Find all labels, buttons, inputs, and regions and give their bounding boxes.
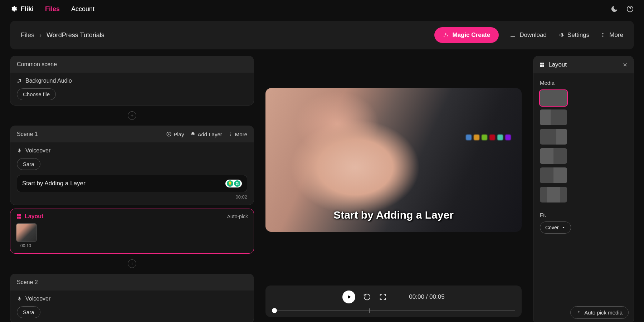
- svg-point-3: [602, 36, 604, 37]
- media-layout-option-5[interactable]: [540, 167, 567, 183]
- voice-select[interactable]: Sara: [17, 306, 40, 318]
- sparkle-icon: [443, 32, 449, 38]
- scene-play-button[interactable]: Play: [166, 131, 184, 137]
- play-icon: [347, 294, 352, 299]
- script-duration: 00:02: [17, 194, 247, 200]
- svg-rect-14: [540, 65, 542, 67]
- svg-rect-9: [19, 214, 21, 216]
- fullscreen-icon[interactable]: [379, 293, 387, 301]
- more-vertical-icon: [229, 132, 233, 136]
- svg-rect-12: [540, 63, 542, 64]
- svg-rect-11: [19, 217, 21, 219]
- mic-icon: [17, 296, 22, 301]
- nav-files[interactable]: Files: [45, 5, 60, 13]
- auto-pick-media-button[interactable]: Auto pick media: [570, 306, 629, 319]
- check-icon: G: [234, 180, 240, 187]
- player-time: 00:00 / 00:05: [409, 293, 444, 301]
- bulb-icon: 💡: [227, 180, 233, 187]
- svg-rect-13: [542, 63, 544, 64]
- scene-1-card: Scene 1 Play Add Layer More: [10, 126, 254, 205]
- settings-button[interactable]: Settings: [557, 31, 589, 39]
- auto-pick-label: Auto-pick: [227, 214, 248, 219]
- add-scene-button[interactable]: +: [128, 111, 136, 120]
- voiceover-label: Voiceover: [17, 296, 247, 302]
- clip-thumbnail[interactable]: [16, 223, 37, 242]
- download-icon: [509, 32, 516, 38]
- media-layout-option-6[interactable]: [540, 187, 567, 203]
- preview-caption: Start by Adding a Layer: [265, 209, 522, 221]
- magic-create-button[interactable]: Magic Create: [434, 27, 499, 43]
- chevron-down-icon: [561, 225, 566, 230]
- svg-point-2: [602, 35, 604, 36]
- more-button[interactable]: More: [600, 31, 623, 39]
- seek-bar[interactable]: [272, 308, 515, 312]
- media-layout-option-3[interactable]: [540, 129, 567, 145]
- svg-rect-15: [542, 65, 544, 67]
- layout-icon: [16, 214, 22, 219]
- layout-icon: [539, 62, 545, 68]
- script-input[interactable]: Start by Adding a Layer 💡 G: [17, 175, 247, 192]
- replay-icon[interactable]: [363, 293, 371, 301]
- download-button[interactable]: Download: [509, 31, 547, 39]
- media-layout-option-1[interactable]: [540, 90, 567, 106]
- more-vertical-icon: [600, 32, 606, 38]
- play-circle-icon: [166, 132, 171, 137]
- breadcrumb-root[interactable]: Files: [21, 31, 34, 39]
- dock-blur: [466, 135, 511, 140]
- voiceover-label: Voiceover: [17, 147, 247, 154]
- music-note-icon: [17, 78, 22, 83]
- svg-point-1: [602, 33, 604, 34]
- common-scene-card: Common scene Background Audio Choose fil…: [10, 56, 254, 106]
- toolbar: Files › WordPress Tutorials Magic Create…: [10, 21, 634, 49]
- scene-more-button[interactable]: More: [229, 131, 247, 137]
- gear-icon: [557, 32, 564, 38]
- scene-layout-section[interactable]: Layout Auto-pick 00:10: [10, 209, 254, 254]
- svg-rect-10: [17, 217, 19, 219]
- scene-1-title: Scene 1: [17, 131, 38, 137]
- common-scene-title: Common scene: [17, 61, 57, 68]
- brand-name: Fliki: [21, 5, 34, 13]
- help-icon[interactable]: [626, 5, 634, 13]
- scene-2-title: Scene 2: [17, 279, 38, 286]
- svg-rect-8: [17, 214, 19, 216]
- layout-panel: Layout Media Fit Cover: [533, 56, 634, 322]
- media-layout-option-2[interactable]: [540, 109, 567, 125]
- media-layout-option-4[interactable]: [540, 148, 567, 164]
- player-bar: 00:00 / 00:05: [265, 286, 522, 317]
- choose-file-button[interactable]: Choose file: [17, 88, 56, 100]
- fit-label: Fit: [540, 212, 627, 218]
- svg-point-5: [230, 133, 231, 133]
- close-icon[interactable]: [622, 62, 628, 68]
- app-logo[interactable]: Fliki: [10, 5, 34, 13]
- moon-icon[interactable]: [610, 5, 618, 13]
- play-button[interactable]: [342, 291, 355, 303]
- scene-2-card: Scene 2 Voiceover Sara: [10, 274, 254, 322]
- add-layer-button[interactable]: Add Layer: [190, 131, 222, 137]
- layout-label: Layout: [25, 213, 43, 220]
- breadcrumb-current: WordPress Tutorials: [47, 31, 104, 39]
- breadcrumb: Files › WordPress Tutorials: [21, 31, 104, 39]
- add-scene-button[interactable]: +: [128, 259, 136, 268]
- media-label: Media: [540, 80, 627, 86]
- sparkle-icon: [576, 310, 581, 315]
- voice-select[interactable]: Sara: [17, 158, 40, 170]
- layers-icon: [190, 132, 195, 137]
- background-audio-label: Background Audio: [17, 78, 247, 84]
- clip-duration: 00:10: [20, 243, 248, 248]
- svg-point-6: [230, 134, 231, 135]
- video-preview[interactable]: Start by Adding a Layer: [265, 88, 522, 232]
- fit-select[interactable]: Cover: [540, 221, 571, 234]
- panel-title: Layout: [548, 61, 567, 68]
- gear-icon: [10, 5, 17, 13]
- nav-account[interactable]: Account: [71, 5, 94, 13]
- chevron-right-icon: ›: [39, 31, 42, 39]
- grammar-badge[interactable]: 💡 G: [225, 180, 242, 187]
- mic-icon: [17, 148, 22, 153]
- svg-point-7: [230, 135, 231, 136]
